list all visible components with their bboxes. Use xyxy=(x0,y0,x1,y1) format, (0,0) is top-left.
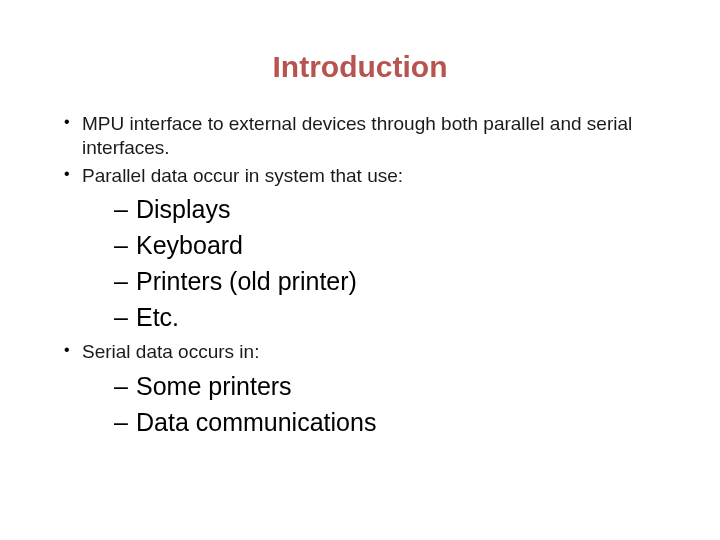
sub-bullet-text: Printers (old printer) xyxy=(136,267,357,295)
sub-bullet-text: Some printers xyxy=(136,372,292,400)
sub-bullet-item: Displays xyxy=(114,193,680,227)
bullet-text: Parallel data occur in system that use: xyxy=(82,165,403,186)
sub-bullet-item: Printers (old printer) xyxy=(114,265,680,299)
sub-bullet-list: Some printers Data communications xyxy=(82,370,680,440)
bullet-list: MPU interface to external devices throug… xyxy=(40,112,680,440)
bullet-text: Serial data occurs in: xyxy=(82,341,259,362)
sub-bullet-text: Etc. xyxy=(136,303,179,331)
slide-title: Introduction xyxy=(40,50,680,84)
bullet-item: Serial data occurs in: Some printers Dat… xyxy=(64,340,680,439)
sub-bullet-item: Data communications xyxy=(114,406,680,440)
slide: Introduction MPU interface to external d… xyxy=(0,0,720,540)
sub-bullet-item: Some printers xyxy=(114,370,680,404)
sub-bullet-list: Displays Keyboard Printers (old printer)… xyxy=(82,193,680,334)
bullet-text: MPU interface to external devices throug… xyxy=(82,113,632,158)
sub-bullet-text: Displays xyxy=(136,195,230,223)
sub-bullet-text: Data communications xyxy=(136,408,376,436)
bullet-item: MPU interface to external devices throug… xyxy=(64,112,680,160)
sub-bullet-text: Keyboard xyxy=(136,231,243,259)
sub-bullet-item: Etc. xyxy=(114,301,680,335)
sub-bullet-item: Keyboard xyxy=(114,229,680,263)
bullet-item: Parallel data occur in system that use: … xyxy=(64,164,680,335)
